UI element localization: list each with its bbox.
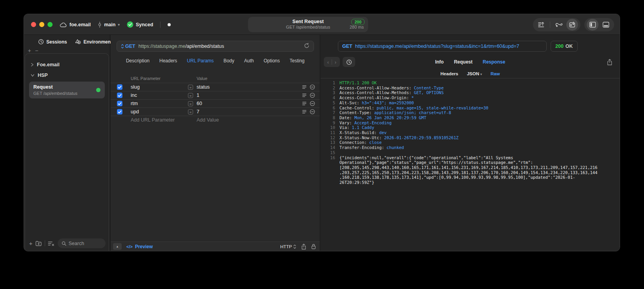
tab-auth[interactable]: Auth [244,58,254,64]
param-row[interactable]: slug = status [111,83,320,91]
preview-label: Preview [135,244,153,249]
remove-row-icon[interactable] [310,84,315,90]
line-number: 4 [321,95,337,100]
import-to-tab-button[interactable] [566,19,578,31]
response-view-tabs: Headers JSON▾ Raw [321,69,620,78]
search-icon [62,241,66,246]
tab-options[interactable]: Options [264,58,280,64]
expand-console-button[interactable]: ▲ [113,243,122,250]
tab-testing[interactable]: Testing [290,58,305,64]
tab-environments[interactable]: Environments [75,39,115,45]
add-param-value-placeholder[interactable]: Add Value [197,117,219,123]
response-method: GET [342,44,352,49]
lock-icon[interactable] [311,244,316,249]
subtab-headers[interactable]: Headers [440,71,458,76]
tab-body[interactable]: Body [224,58,234,64]
filter-list-icon[interactable] [48,241,55,246]
add-item-button[interactable]: + [28,47,31,54]
row-options-icon[interactable] [302,85,306,89]
tree-item-hsp[interactable]: HSP [29,70,105,80]
param-name[interactable]: inc [131,93,188,98]
tree-item-label: HSP [38,73,48,78]
param-value[interactable]: 7 [197,109,302,115]
line-number: 12 [321,135,337,140]
param-checkbox[interactable] [117,84,122,90]
add-param-row[interactable]: Add URL Parameter Add Value [111,116,320,124]
clock-history-icon [38,39,44,45]
response-body[interactable]: 1HTTP/1.1 200 OK 2Access-Control-Allow-H… [321,78,620,251]
response-header-line: Transfer-Encoding: chunked [337,145,620,150]
subtab-raw[interactable]: Raw [491,71,500,76]
status-code-badge: 200 [351,19,365,25]
add-param-name-placeholder[interactable]: Add URL Parameter [131,117,197,123]
tab-request[interactable]: Request [454,59,473,65]
toolbar-separator [550,22,550,28]
tab-headers[interactable]: Headers [159,58,177,64]
request-url-bar[interactable]: GET https://statuspage.me /api/embed/sta… [117,41,314,52]
line-number: 3 [321,90,337,95]
close-window-button[interactable] [31,22,36,27]
remove-row-icon[interactable] [310,109,315,115]
resend-request-button[interactable] [304,43,310,50]
project-switcher[interactable]: foe.email [60,22,91,27]
response-header-line: Alt-Svc: h3=":443"; ma=2592000 [337,100,620,105]
minimize-window-button[interactable] [39,22,44,27]
equals-icon: = [188,101,193,106]
param-checkbox[interactable] [117,101,122,106]
response-main-tabs: Info Request Response [321,57,620,67]
sync-branch-button[interactable] [553,19,565,31]
request-item-subtitle: GET /api/embed/status [33,91,77,96]
remove-item-button[interactable]: − [35,47,38,54]
sync-status[interactable]: Synced [127,21,153,28]
param-name[interactable]: upd [131,109,188,115]
response-url-box[interactable]: GET https://statuspage.me/api/embed/stat… [338,41,547,52]
tree-item-foe-email[interactable]: Foe.email [29,59,105,70]
titlebar: foe.email main ▾ Synced Sent Request 200… [24,14,620,35]
toggle-bottom-panel-button[interactable] [600,19,612,31]
layout-toggles-group [584,18,614,31]
share-icon[interactable] [301,244,306,250]
request-item-title: Request [33,84,77,90]
search-input[interactable]: Search [58,238,106,248]
tab-description[interactable]: Description [126,58,150,64]
remove-row-icon[interactable] [310,93,315,98]
row-options-icon[interactable] [302,102,306,105]
param-value[interactable]: status [197,84,302,90]
param-row[interactable]: upd = 7 [111,107,320,116]
branch-selector[interactable]: main ▾ [98,22,120,28]
param-name[interactable]: rtm [131,101,188,106]
tab-url-params[interactable]: URL Params [187,58,213,64]
response-header-line: Access-Control-Allow-Headers: Content-Ty… [337,85,620,91]
sent-request-status-pill[interactable]: Sent Request 200 GET /api/embed/status 2… [248,17,368,32]
tab-sessions[interactable]: Sessions [38,39,67,45]
param-value[interactable]: 1 [197,93,302,98]
param-checkbox[interactable] [117,109,122,115]
request-list-item-selected[interactable]: Request GET /api/embed/status [29,82,105,98]
subtab-json[interactable]: JSON▾ [467,71,482,76]
export-response-button[interactable] [607,57,613,67]
branch-name: main [104,22,115,27]
row-options-icon[interactable] [302,110,306,114]
request-method[interactable]: GET [125,44,135,49]
zoom-window-button[interactable] [47,22,53,27]
new-request-button[interactable]: + [29,240,33,247]
param-value[interactable]: 60 [197,101,302,106]
export-log-button[interactable] [535,19,547,31]
line-number: 7 [321,110,337,115]
protocol-selector[interactable]: HTTP [280,244,296,249]
sync-loop-icon [555,22,563,28]
tab-info[interactable]: Info [435,59,444,65]
protocol-label: HTTP [280,244,292,249]
row-options-icon[interactable] [302,93,306,97]
remove-row-icon[interactable] [310,101,315,106]
new-folder-icon[interactable] [35,240,42,246]
tab-response[interactable]: Response [483,59,505,65]
param-name[interactable]: slug [131,84,188,90]
request-duration: 280 ms [350,25,364,29]
param-row[interactable]: inc = 1 [111,91,320,99]
preview-button[interactable]: </> Preview [126,244,153,249]
param-row[interactable]: rtm = 60 [111,99,320,107]
cloud-icon [60,22,67,27]
toggle-left-sidebar-button[interactable] [587,19,598,31]
param-checkbox[interactable] [117,93,122,98]
